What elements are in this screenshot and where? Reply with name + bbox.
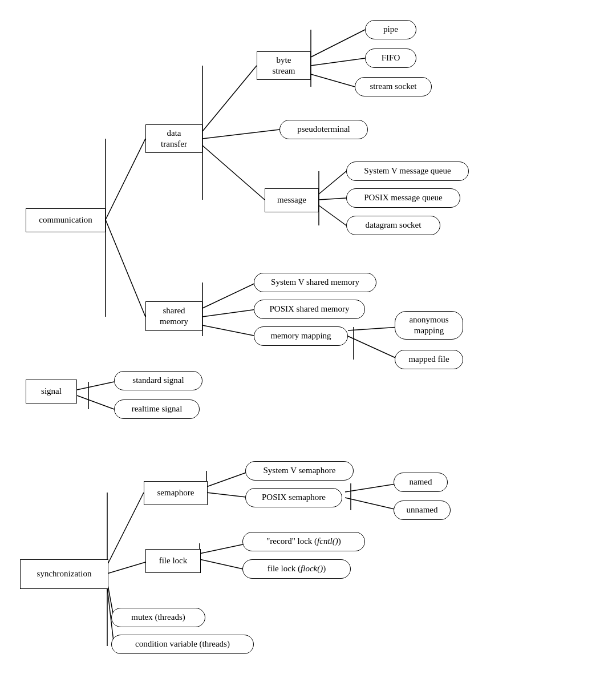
sysv-sem-node: System V semaphore bbox=[245, 461, 354, 481]
communication-label: communication bbox=[39, 215, 92, 226]
mutex-label: mutex (threads) bbox=[131, 612, 185, 623]
realtime-signal-label: realtime signal bbox=[132, 403, 183, 415]
semaphore-label: semaphore bbox=[157, 487, 194, 499]
svg-line-1 bbox=[106, 220, 145, 317]
anonymous-mapping-node: anonymousmapping bbox=[395, 311, 463, 340]
shared-memory-label: sharedmemory bbox=[160, 305, 188, 328]
posix-mq-node: POSIX message queue bbox=[346, 188, 460, 208]
sysv-mq-node: System V message queue bbox=[346, 162, 469, 181]
svg-line-0 bbox=[106, 139, 145, 220]
svg-line-8 bbox=[311, 58, 365, 66]
standard-signal-node: standard signal bbox=[114, 371, 202, 390]
flock-label: file lock (flock()) bbox=[268, 563, 326, 575]
svg-line-37 bbox=[200, 559, 248, 570]
message-node: message bbox=[265, 188, 319, 212]
data-transfer-label: datatransfer bbox=[161, 128, 187, 150]
svg-line-5 bbox=[202, 146, 265, 200]
svg-line-22 bbox=[77, 382, 114, 390]
data-transfer-node: datatransfer bbox=[145, 124, 202, 153]
unnamed-label: unnamed bbox=[407, 505, 438, 516]
record-lock-label: "record" lock (fcntl()) bbox=[266, 536, 341, 547]
unnamed-node: unnamed bbox=[394, 501, 451, 520]
datagram-socket-node: datagram socket bbox=[346, 216, 440, 235]
posix-shm-label: POSIX shared memory bbox=[270, 304, 350, 315]
standard-signal-label: standard signal bbox=[132, 375, 184, 386]
svg-line-9 bbox=[311, 74, 355, 87]
named-label: named bbox=[410, 477, 432, 488]
flock-node: file lock (flock()) bbox=[242, 559, 351, 579]
svg-line-36 bbox=[200, 543, 248, 554]
condition-variable-label: condition variable (threads) bbox=[135, 639, 230, 650]
signal-node: signal bbox=[26, 380, 77, 403]
sysv-mq-label: System V message queue bbox=[364, 166, 451, 177]
mapped-file-label: mapped file bbox=[408, 354, 449, 365]
svg-line-7 bbox=[311, 30, 365, 57]
svg-line-23 bbox=[77, 396, 114, 409]
fifo-node: FIFO bbox=[365, 49, 416, 68]
file-lock-label: file lock bbox=[159, 555, 188, 567]
svg-line-25 bbox=[107, 493, 144, 565]
byte-stream-node: bytestream bbox=[257, 51, 311, 80]
pseudoterminal-label: pseudoterminal bbox=[297, 124, 350, 135]
fifo-label: FIFO bbox=[382, 53, 400, 64]
svg-line-3 bbox=[202, 66, 257, 131]
memory-mapping-node: memory mapping bbox=[254, 326, 348, 346]
pipe-node: pipe bbox=[365, 20, 416, 39]
svg-line-12 bbox=[319, 198, 346, 200]
stream-socket-label: stream socket bbox=[370, 81, 416, 92]
stream-socket-node: stream socket bbox=[355, 77, 432, 96]
svg-line-30 bbox=[206, 471, 251, 487]
svg-line-31 bbox=[206, 493, 251, 498]
svg-line-16 bbox=[202, 309, 257, 317]
record-lock-node: "record" lock (fcntl()) bbox=[242, 532, 365, 551]
posix-sem-node: POSIX semaphore bbox=[245, 488, 342, 507]
mutex-node: mutex (threads) bbox=[111, 608, 205, 627]
svg-line-19 bbox=[348, 327, 399, 330]
svg-line-13 bbox=[319, 205, 346, 225]
posix-shm-node: POSIX shared memory bbox=[254, 300, 365, 319]
svg-line-15 bbox=[202, 283, 257, 308]
condition-variable-node: condition variable (threads) bbox=[111, 635, 254, 654]
synchronization-label: synchronization bbox=[37, 568, 92, 580]
posix-mq-label: POSIX message queue bbox=[364, 192, 442, 204]
svg-line-4 bbox=[202, 130, 279, 139]
svg-line-20 bbox=[348, 336, 399, 360]
pseudoterminal-node: pseudoterminal bbox=[279, 120, 368, 139]
pipe-label: pipe bbox=[383, 24, 398, 35]
sysv-sem-label: System V semaphore bbox=[264, 465, 336, 477]
svg-line-34 bbox=[345, 498, 399, 510]
mapped-file-node: mapped file bbox=[395, 350, 463, 369]
svg-line-11 bbox=[319, 171, 346, 194]
named-node: named bbox=[394, 473, 448, 492]
semaphore-node: semaphore bbox=[144, 481, 208, 505]
posix-sem-label: POSIX semaphore bbox=[262, 492, 326, 503]
svg-line-17 bbox=[202, 325, 257, 336]
file-lock-node: file lock bbox=[145, 549, 201, 573]
diagram: communication datatransfer bytestream pi… bbox=[0, 0, 616, 686]
memory-mapping-label: memory mapping bbox=[270, 330, 331, 342]
datagram-socket-label: datagram socket bbox=[366, 220, 422, 231]
signal-label: signal bbox=[41, 386, 62, 397]
communication-node: communication bbox=[26, 208, 106, 232]
svg-line-26 bbox=[107, 562, 145, 574]
realtime-signal-node: realtime signal bbox=[114, 400, 200, 419]
sysv-shm-label: System V shared memory bbox=[271, 277, 359, 288]
svg-line-33 bbox=[345, 483, 399, 492]
synchronization-node: synchronization bbox=[20, 559, 108, 589]
byte-stream-label: bytestream bbox=[273, 55, 295, 77]
anonymous-mapping-label: anonymousmapping bbox=[409, 314, 448, 337]
sysv-shm-node: System V shared memory bbox=[254, 273, 376, 292]
shared-memory-node: sharedmemory bbox=[145, 301, 202, 331]
message-label: message bbox=[277, 195, 306, 206]
